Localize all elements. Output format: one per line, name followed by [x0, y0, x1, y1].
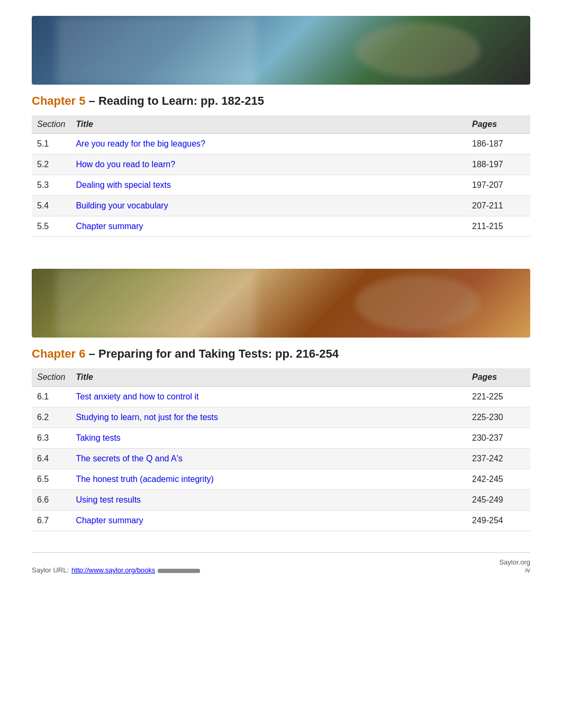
section-title-link[interactable]: Building your vocabulary [76, 201, 168, 210]
chapter6-header: Chapter 6 – Preparing for and Taking Tes… [32, 347, 530, 361]
ch6-col-title: Title [70, 368, 467, 387]
page-footer: Saylor URL: http://www.saylor.org/books … [32, 552, 530, 574]
table-row: 6.1 Test anxiety and how to control it 2… [32, 387, 530, 407]
section-title-link[interactable]: Studying to learn, not just for the test… [76, 413, 218, 422]
section-title[interactable]: The honest truth (academic integrity) [70, 469, 467, 490]
ch5-col-title: Title [70, 115, 467, 134]
section-pages: 197-207 [467, 175, 530, 196]
footer-left: Saylor URL: http://www.saylor.org/books [32, 566, 200, 574]
section-num: 6.2 [32, 407, 70, 428]
table-row: 6.3 Taking tests 230-237 [32, 428, 530, 449]
section-pages: 237-242 [467, 449, 530, 469]
table-row: 6.4 The secrets of the Q and A's 237-242 [32, 449, 530, 469]
page-number: iv [499, 566, 530, 574]
chapter6-number: Chapter 6 [32, 347, 85, 360]
table-row: 5.5 Chapter summary 211-215 [32, 216, 530, 237]
section-title-link[interactable]: Chapter summary [76, 222, 143, 231]
section-title[interactable]: Studying to learn, not just for the test… [70, 407, 467, 428]
table-row: 5.2 How do you read to learn? 188-197 [32, 154, 530, 175]
table-row: 6.2 Studying to learn, not just for the … [32, 407, 530, 428]
ch5-col-section: Section [32, 115, 70, 134]
ch5-col-pages: Pages [467, 115, 530, 134]
section-title-link[interactable]: Chapter summary [76, 516, 143, 525]
chapter5-header: Chapter 5 – Reading to Learn: pp. 182-21… [32, 94, 530, 108]
section-num: 6.1 [32, 387, 70, 407]
section-pages: 186-187 [467, 134, 530, 154]
section-num: 6.5 [32, 469, 70, 490]
section-pages: 188-197 [467, 154, 530, 175]
section-title[interactable]: Chapter summary [70, 216, 467, 237]
section-num: 5.1 [32, 134, 70, 154]
section-title[interactable]: Chapter summary [70, 511, 467, 531]
footer-right: Saylor.org iv [499, 558, 530, 574]
chapter6-title: – Preparing for and Taking Tests: pp. 21… [89, 347, 339, 360]
section-pages: 249-254 [467, 511, 530, 531]
section-pages: 245-249 [467, 490, 530, 511]
section-num: 6.3 [32, 428, 70, 449]
table-row: 6.5 The honest truth (academic integrity… [32, 469, 530, 490]
table-row: 5.1 Are you ready for the big leagues? 1… [32, 134, 530, 154]
section-title[interactable]: Dealing with special texts [70, 175, 467, 196]
section-title-link[interactable]: How do you read to learn? [76, 160, 175, 169]
section-num: 6.4 [32, 449, 70, 469]
section-num: 5.2 [32, 154, 70, 175]
section-title-link[interactable]: The honest truth (academic integrity) [76, 475, 214, 484]
chapter5-banner [32, 16, 530, 85]
table-row: 5.3 Dealing with special texts 197-207 [32, 175, 530, 196]
chapter5-table: Section Title Pages 5.1 Are you ready fo… [32, 115, 530, 237]
section-num: 5.3 [32, 175, 70, 196]
section-pages: 242-245 [467, 469, 530, 490]
table-row: 6.6 Using test results 245-249 [32, 490, 530, 511]
section-pages: 221-225 [467, 387, 530, 407]
section-title[interactable]: The secrets of the Q and A's [70, 449, 467, 469]
chapter5-title: – Reading to Learn: pp. 182-215 [89, 94, 264, 107]
section-title[interactable]: How do you read to learn? [70, 154, 467, 175]
section-pages: 225-230 [467, 407, 530, 428]
section-title-link[interactable]: Are you ready for the big leagues? [76, 139, 205, 148]
section-pages: 207-211 [467, 196, 530, 216]
section-num: 5.4 [32, 196, 70, 216]
section-title-link[interactable]: Dealing with special texts [76, 180, 171, 189]
spacer-1 [32, 253, 530, 269]
section-title-link[interactable]: Using test results [76, 495, 141, 504]
table-row: 6.7 Chapter summary 249-254 [32, 511, 530, 531]
ch6-col-pages: Pages [467, 368, 530, 387]
section-num: 6.7 [32, 511, 70, 531]
section-num: 5.5 [32, 216, 70, 237]
table-row: 5.4 Building your vocabulary 207-211 [32, 196, 530, 216]
section-title-link[interactable]: The secrets of the Q and A's [76, 454, 182, 463]
section-title-link[interactable]: Test anxiety and how to control it [76, 392, 198, 401]
saylor-org-label: Saylor.org [499, 558, 530, 566]
section-title[interactable]: Test anxiety and how to control it [70, 387, 467, 407]
chapter6-table: Section Title Pages 6.1 Test anxiety and… [32, 368, 530, 531]
section-title[interactable]: Taking tests [70, 428, 467, 449]
ch6-col-section: Section [32, 368, 70, 387]
chapter6-banner [32, 269, 530, 338]
saylor-url-label: Saylor URL: [32, 566, 69, 574]
section-pages: 211-215 [467, 216, 530, 237]
section-title[interactable]: Building your vocabulary [70, 196, 467, 216]
saylor-url-link[interactable]: http://www.saylor.org/books [71, 566, 155, 574]
footer-bar [158, 569, 200, 573]
section-title[interactable]: Are you ready for the big leagues? [70, 134, 467, 154]
section-title-link[interactable]: Taking tests [76, 433, 120, 442]
section-num: 6.6 [32, 490, 70, 511]
section-title[interactable]: Using test results [70, 490, 467, 511]
chapter5-number: Chapter 5 [32, 94, 85, 107]
section-pages: 230-237 [467, 428, 530, 449]
